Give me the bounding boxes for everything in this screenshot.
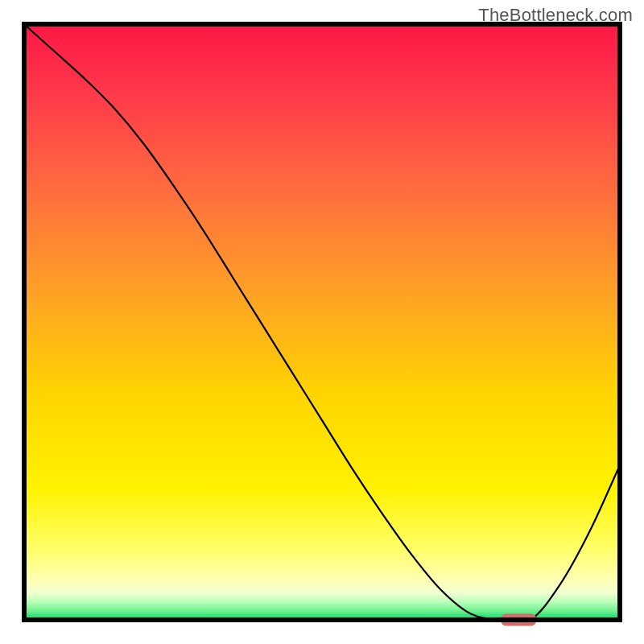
plot-area xyxy=(24,24,620,626)
bottleneck-chart: TheBottleneck.com xyxy=(0,0,644,644)
watermark-text: TheBottleneck.com xyxy=(478,5,633,26)
gradient-background xyxy=(24,24,620,620)
chart-svg xyxy=(0,0,644,644)
